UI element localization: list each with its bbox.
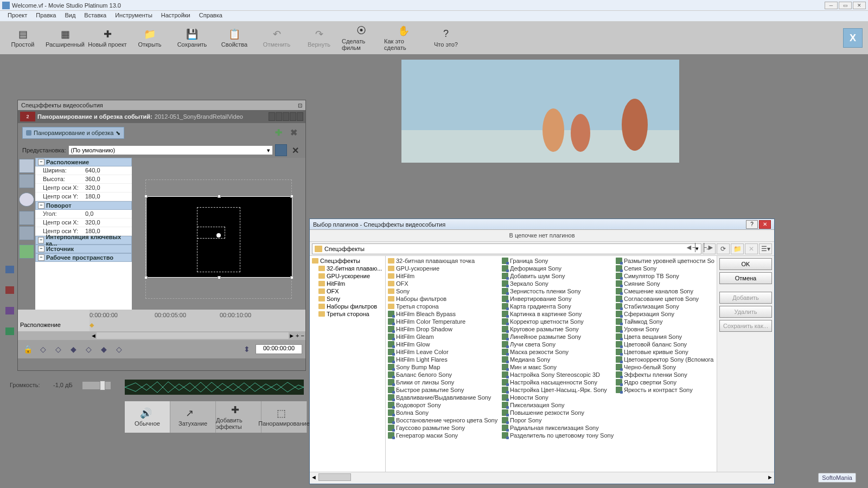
plugin-item[interactable]: Восстановление черного цвета Sony: [387, 416, 501, 424]
saveas-button[interactable]: Сохранить как...: [719, 320, 772, 332]
plugin-item[interactable]: HitFilm Glow: [387, 341, 501, 348]
maximize-button[interactable]: ▭: [839, 2, 852, 9]
dialog-titlebar[interactable]: Выбор плагинов - Спецэффекты видеособыти…: [310, 219, 774, 230]
side-tool[interactable]: [19, 245, 34, 259]
plugin-item[interactable]: Ядро свертки Sony: [615, 378, 717, 386]
plugin-item[interactable]: Добавить шум Sony: [501, 272, 615, 280]
tree-item[interactable]: 32-битная плаваю...: [311, 265, 384, 272]
plugin-item[interactable]: Граница Sony: [501, 257, 615, 265]
side-tool[interactable]: [19, 159, 34, 173]
ok-button[interactable]: OK: [719, 258, 772, 270]
plugin-item[interactable]: Настройка Sony Stereoscopic 3D: [501, 371, 615, 378]
kf-lock-icon[interactable]: 🔒: [21, 343, 34, 356]
pan-crop-canvas[interactable]: [132, 158, 305, 310]
header-box[interactable]: [290, 112, 296, 121]
track-color-video2[interactable]: [5, 286, 14, 294]
plugin-item[interactable]: Настройка насыщенности Sony: [501, 378, 615, 386]
kf-sync-icon[interactable]: ⬍: [240, 343, 253, 356]
remove-fx-icon[interactable]: ✖: [290, 127, 301, 138]
plugin-item[interactable]: Блики от линзы Sony: [387, 378, 501, 386]
undo-button[interactable]: ↶Отменить: [257, 23, 296, 53]
plugin-item[interactable]: Круговое размытие Sony: [501, 325, 615, 333]
plugin-item[interactable]: HitFilm Gleam: [387, 333, 501, 341]
plugin-item[interactable]: OFX: [387, 280, 501, 287]
plugin-item[interactable]: Смешение каналов Sony: [615, 287, 717, 295]
plugin-item[interactable]: Генератор маски Sony: [387, 432, 501, 439]
plugin-item[interactable]: Черно-белый Sony: [615, 363, 717, 371]
remove-button[interactable]: Удалить: [719, 306, 772, 318]
track-color-audio[interactable]: [5, 307, 14, 314]
plugin-item[interactable]: Картинка в картинке Sony: [501, 310, 615, 318]
plugin-item[interactable]: Стабилизация Sony: [615, 303, 717, 310]
header-box[interactable]: [269, 112, 275, 121]
panel-title[interactable]: Спецэффекты видеособытия ⊡: [18, 100, 305, 110]
plugin-item[interactable]: 32-битная плавающая точка: [387, 257, 501, 265]
cancel-button[interactable]: Отмена: [719, 272, 772, 284]
side-tool[interactable]: [19, 211, 34, 225]
makemovie-button[interactable]: ⦿Сделать фильм: [342, 23, 381, 53]
plugin-item[interactable]: Баланс белого Sony: [387, 371, 501, 378]
dialog-close-button[interactable]: ✕: [759, 220, 771, 229]
plugin-item[interactable]: Симулятор ТВ Sony: [615, 272, 717, 280]
plugin-item[interactable]: HitFilm Drop Shadow: [387, 325, 501, 333]
tree-item[interactable]: Наборы фильтров: [311, 303, 384, 310]
menu-Справка[interactable]: Справка: [195, 11, 227, 21]
plugin-item[interactable]: Водоворот Sony: [387, 401, 501, 409]
plugin-item[interactable]: Медиана Sony: [501, 356, 615, 363]
chain-left-icon[interactable]: ◄┤: [685, 243, 697, 252]
plugin-list[interactable]: 32-битная плавающая точкаGPU-ускорениеHi…: [386, 256, 717, 472]
side-tool[interactable]: [19, 174, 34, 188]
plugin-item[interactable]: Маска резкости Sony: [501, 348, 615, 356]
header-box[interactable]: [283, 112, 289, 121]
plugin-item[interactable]: Цветокорректор Sony (Вспомога: [615, 356, 717, 363]
delete-button[interactable]: ✕: [745, 243, 758, 254]
plugin-item[interactable]: Сияние Sony: [615, 280, 717, 287]
plugin-item[interactable]: Пикселизация Sony: [501, 401, 615, 409]
plugin-item[interactable]: Повышение резкости Sony: [501, 409, 615, 416]
side-tool[interactable]: [19, 226, 34, 240]
open-button[interactable]: 📁Открыть: [130, 23, 169, 53]
plugin-item[interactable]: Настройка Цвет-Насыщ.-Ярк. Sony: [501, 386, 615, 394]
header-box[interactable]: [276, 112, 282, 121]
plugin-item[interactable]: Деформация Sony: [501, 265, 615, 272]
plugin-item[interactable]: Линейное размытие Sony: [501, 333, 615, 341]
plugin-item[interactable]: Радиальная пикселизация Sony: [501, 424, 615, 432]
plugin-item[interactable]: Новости Sony: [501, 394, 615, 401]
path-combobox[interactable]: Спецэффекты ▾: [312, 243, 701, 254]
newproj-button[interactable]: ✚Новый проект: [88, 23, 127, 53]
plugin-item[interactable]: Цветовой баланс Sony: [615, 341, 717, 348]
volume-slider[interactable]: [82, 382, 111, 389]
plugin-item[interactable]: Разделитель по цветовому тону Sony: [501, 432, 615, 439]
panel-close-icon[interactable]: ⊡: [298, 102, 302, 108]
add-fx-icon[interactable]: ✚: [275, 127, 286, 138]
tree-item[interactable]: GPU-ускорение: [311, 272, 384, 280]
kf-del-icon[interactable]: ◇: [112, 343, 125, 356]
menu-Проект[interactable]: Проект: [3, 11, 31, 21]
menu-Вид[interactable]: Вид: [60, 11, 80, 21]
tree-item[interactable]: OFX: [311, 287, 384, 295]
keyframe-scrollbar[interactable]: ◄►+ −: [18, 331, 305, 340]
plugin-item[interactable]: Карта градиента Sony: [501, 303, 615, 310]
fx-chain-chip[interactable]: Панорамирование и обрезка ⬊: [22, 127, 124, 139]
kf-add2-icon[interactable]: ◆: [97, 343, 110, 356]
redo-button[interactable]: ↷Вернуть: [299, 23, 339, 53]
track-color-audio2[interactable]: [5, 328, 14, 335]
audio-waveform[interactable]: [125, 380, 304, 395]
list-hscroll[interactable]: ◄ ►: [310, 472, 774, 481]
prop-group-interp[interactable]: Интерполяция ключевых ка...: [35, 236, 132, 245]
plugin-item[interactable]: HitFilm Leave Color: [387, 348, 501, 356]
plugin-item[interactable]: Зеркало Sony: [501, 280, 615, 287]
delete-preset-button[interactable]: ✕: [289, 144, 301, 156]
new-folder-button[interactable]: 📁: [731, 243, 744, 254]
menu-Вставка[interactable]: Вставка: [80, 11, 111, 21]
plugin-item[interactable]: Эффекты пленки Sony: [615, 371, 717, 378]
plugin-item[interactable]: Таймкод Sony: [615, 318, 717, 325]
whatis-button[interactable]: ?Что это?: [426, 23, 465, 53]
add-button[interactable]: Добавить: [719, 292, 772, 304]
prop-group-location[interactable]: Расположение: [35, 158, 132, 166]
plugin-item[interactable]: Цвета вещания Sony: [615, 333, 717, 341]
plugin-item[interactable]: Sony Bump Map: [387, 363, 501, 371]
plugin-item[interactable]: Наборы фильтров: [387, 295, 501, 303]
plugin-item[interactable]: Размытие уровней цветности So: [615, 257, 717, 265]
plugin-item[interactable]: Инвертирование Sony: [501, 295, 615, 303]
